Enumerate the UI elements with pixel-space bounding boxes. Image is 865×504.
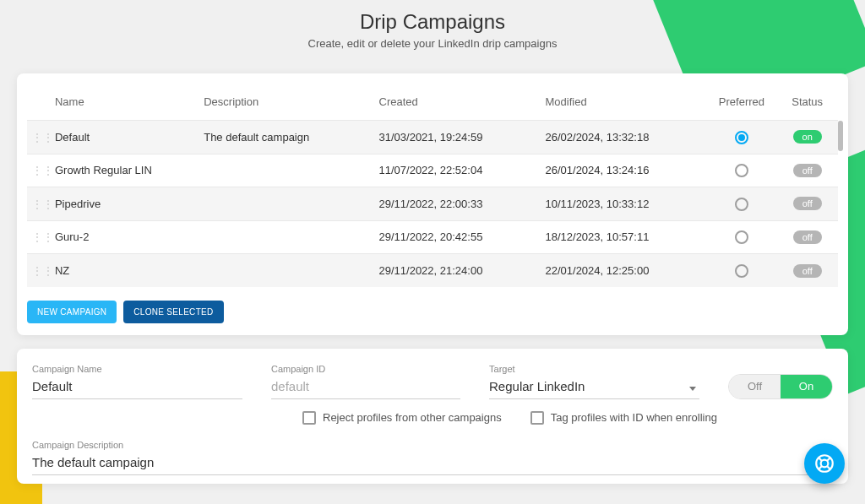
campaigns-table-card: Name Description Created Modified Prefer… xyxy=(17,73,848,335)
cell-description xyxy=(199,187,373,221)
campaign-id-input xyxy=(271,376,460,399)
reject-profiles-checkbox[interactable]: Reject profiles from other campaigns xyxy=(302,411,502,425)
col-modified: Modified xyxy=(540,89,706,121)
cell-name: Guru-2 xyxy=(50,220,199,254)
cell-created: 29/11/2022, 20:42:55 xyxy=(374,220,541,254)
campaign-details-card: Campaign Name Campaign ID Target Off On … xyxy=(17,349,848,484)
campaign-name-input[interactable] xyxy=(32,376,242,399)
cell-modified: 18/12/2023, 10:57:11 xyxy=(540,220,706,254)
cell-description: The default campaign xyxy=(199,121,373,154)
col-preferred: Preferred xyxy=(706,89,776,121)
cell-description xyxy=(199,220,373,254)
new-campaign-button[interactable]: NEW CAMPAIGN xyxy=(27,301,117,323)
cell-description xyxy=(199,254,373,287)
drag-handle-icon[interactable]: ⋮⋮ xyxy=(32,167,41,174)
status-pill[interactable]: off xyxy=(793,164,822,177)
svg-line-4 xyxy=(819,466,822,469)
campaign-id-label: Campaign ID xyxy=(271,364,460,374)
cell-name: Growth Regular LIN xyxy=(50,154,199,187)
cell-description xyxy=(199,154,373,187)
drag-handle-icon[interactable]: ⋮⋮ xyxy=(32,268,41,274)
cell-name: Default xyxy=(50,121,199,154)
status-pill[interactable]: off xyxy=(793,230,822,244)
page-subtitle: Create, edit or delete your LinkedIn dri… xyxy=(0,37,865,50)
campaign-name-label: Campaign Name xyxy=(32,364,242,374)
campaign-description-label: Campaign Description xyxy=(32,440,833,450)
preferred-radio[interactable] xyxy=(735,198,748,211)
table-row[interactable]: ⋮⋮NZ29/11/2022, 21:24:0022/01/2024, 12:2… xyxy=(27,254,838,287)
checkbox-icon xyxy=(530,411,544,425)
target-label: Target xyxy=(489,364,699,374)
cell-modified: 22/01/2024, 12:25:00 xyxy=(540,254,706,287)
checkbox-icon xyxy=(302,411,316,425)
table-row[interactable]: ⋮⋮Growth Regular LIN11/07/2022, 22:52:04… xyxy=(27,154,838,187)
status-toggle[interactable]: Off On xyxy=(728,374,833,399)
cell-name: Pipedrive xyxy=(50,187,199,221)
clone-selected-button[interactable]: CLONE SELECTED xyxy=(123,301,223,323)
cell-created: 31/03/2021, 19:24:59 xyxy=(374,121,541,154)
table-row[interactable]: ⋮⋮DefaultThe default campaign31/03/2021,… xyxy=(27,121,838,154)
status-pill[interactable]: off xyxy=(793,197,822,210)
svg-point-1 xyxy=(821,460,829,468)
preferred-radio[interactable] xyxy=(735,230,748,244)
tag-profiles-checkbox[interactable]: Tag profiles with ID when enrolling xyxy=(530,411,717,425)
status-pill[interactable]: on xyxy=(793,130,822,144)
help-button[interactable] xyxy=(804,443,845,484)
table-row[interactable]: ⋮⋮Pipedrive29/11/2022, 22:00:3310/11/202… xyxy=(27,187,838,221)
lifebuoy-icon xyxy=(813,453,835,474)
campaign-description-input[interactable] xyxy=(32,452,833,475)
cell-modified: 26/02/2024, 13:32:18 xyxy=(540,121,706,154)
col-status: Status xyxy=(776,89,838,121)
preferred-radio[interactable] xyxy=(735,164,748,177)
col-description: Description xyxy=(199,89,373,121)
cell-created: 11/07/2022, 22:52:04 xyxy=(374,154,541,187)
svg-line-2 xyxy=(819,458,822,461)
preferred-radio[interactable] xyxy=(735,131,748,144)
svg-line-5 xyxy=(827,466,830,469)
table-row[interactable]: ⋮⋮Guru-229/11/2022, 20:42:5518/12/2023, … xyxy=(27,220,838,254)
cell-created: 29/11/2022, 22:00:33 xyxy=(374,187,541,221)
toggle-on-segment: On xyxy=(781,375,832,398)
cell-modified: 10/11/2023, 10:33:12 xyxy=(540,187,706,221)
page-title: Drip Campaigns xyxy=(0,10,865,34)
drag-handle-icon[interactable]: ⋮⋮ xyxy=(32,234,41,241)
drag-handle-icon[interactable]: ⋮⋮ xyxy=(32,134,41,141)
cell-modified: 26/01/2024, 13:24:16 xyxy=(540,154,706,187)
tag-profiles-label: Tag profiles with ID when enrolling xyxy=(551,411,717,424)
col-created: Created xyxy=(374,89,541,121)
target-select[interactable] xyxy=(489,376,699,399)
svg-line-3 xyxy=(827,458,830,461)
reject-profiles-label: Reject profiles from other campaigns xyxy=(323,411,502,424)
cell-created: 29/11/2022, 21:24:00 xyxy=(374,254,541,287)
cell-name: NZ xyxy=(50,254,199,287)
table-scrollbar[interactable] xyxy=(838,121,843,151)
toggle-off-segment: Off xyxy=(729,375,781,398)
drag-handle-icon[interactable]: ⋮⋮ xyxy=(32,201,41,208)
preferred-radio[interactable] xyxy=(735,264,748,278)
status-pill[interactable]: off xyxy=(793,264,822,278)
campaigns-table: Name Description Created Modified Prefer… xyxy=(27,89,838,287)
col-name: Name xyxy=(50,89,199,121)
